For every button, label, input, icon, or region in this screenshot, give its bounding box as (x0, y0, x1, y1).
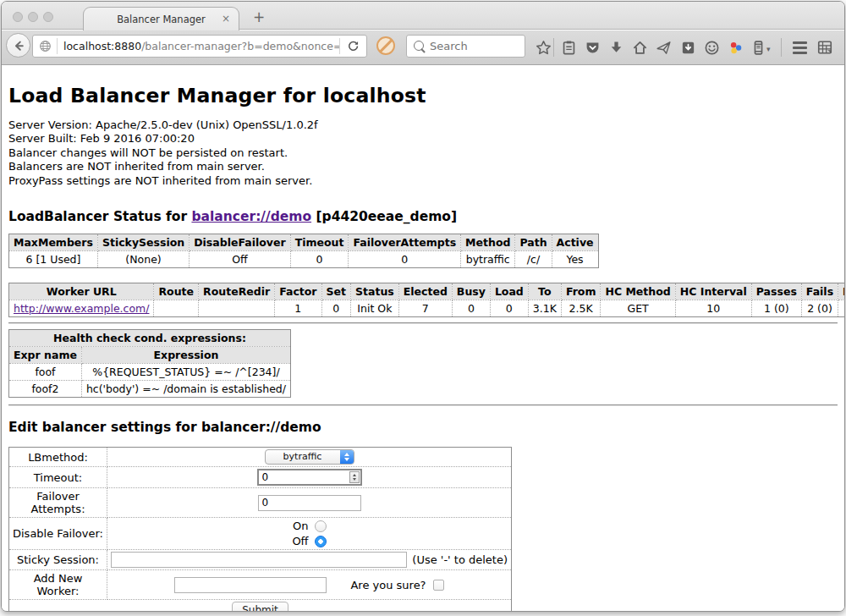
hamburger-icon (793, 41, 807, 54)
tab-strip: Balancer Manager × + (2, 2, 844, 30)
failover-attempts-label: Failover Attempts: (9, 488, 107, 518)
submit-button[interactable]: Submit (232, 602, 288, 611)
separator2 (8, 404, 838, 406)
are-you-sure-checkbox[interactable] (433, 580, 444, 591)
toolbar-divider (553, 38, 554, 57)
col-busy: Busy (452, 283, 490, 300)
navigation-toolbar: localhost:8880/balancer-manager?b=demo&n… (2, 30, 844, 65)
lbmethod-select[interactable]: bytraffic (265, 449, 354, 465)
cell-routeredir (199, 300, 275, 317)
disable-failover-off-radio[interactable] (315, 536, 327, 547)
server-version-line: Server Version: Apache/2.5.0-dev (Unix) … (8, 118, 838, 132)
worker-url-link[interactable]: http://www.example.com/ (14, 302, 149, 315)
cell-route (154, 300, 199, 317)
sticky-session-row: Sticky Session: (Use '-' to delete) (9, 550, 512, 570)
reload-button[interactable] (340, 40, 366, 52)
radio-off-label: Off (292, 535, 308, 547)
loadbalancer-status-heading: LoadBalancer Status for balancer://demo … (8, 209, 838, 224)
lbmethod-row: LBmethod: bytraffic (9, 448, 512, 467)
health-check-table: Health check cond. expressions: Expr nam… (8, 329, 291, 398)
col-maxmembers: MaxMembers (9, 234, 98, 251)
cell-timeout: 0 (290, 251, 349, 268)
col-expr-name: Expr name (9, 347, 82, 364)
server-built-line: Server Built: Feb 9 2016 07:00:20 (8, 132, 838, 146)
newspaper-icon (816, 39, 833, 56)
tab-balancer-manager[interactable]: Balancer Manager × (83, 7, 239, 30)
smiley-icon (704, 40, 720, 56)
cell-expression-1: %{REQUEST_STATUS} =~ /^[234]/ (81, 364, 290, 381)
col-timeout: Timeout (290, 234, 349, 251)
tab-title: Balancer Manager (117, 14, 206, 25)
submit-row: Submit (9, 600, 512, 611)
bookmark-star-button[interactable] (532, 36, 554, 58)
pocket-button[interactable] (581, 36, 603, 58)
failover-attempts-row: Failover Attempts: (9, 488, 512, 518)
col-from: From (561, 283, 601, 300)
balancer-demo-link[interactable]: balancer://demo (191, 209, 311, 224)
col-routeredir: RouteRedir (199, 283, 275, 300)
cell-expr-name-2: foof2 (9, 381, 82, 398)
reading-list-button[interactable] (558, 36, 580, 58)
col-hc-interval: HC Interval (675, 283, 751, 300)
page-content: Load Balancer Manager for localhost Serv… (2, 65, 844, 611)
number-spinner-icon[interactable] (349, 471, 360, 483)
site-identity-globe-icon[interactable] (33, 40, 57, 52)
star-icon (536, 40, 552, 56)
edit-balancer-heading: Edit balancer settings for balancer://de… (8, 420, 838, 435)
traffic-light-zoom-button[interactable] (43, 12, 53, 22)
cell-hc-interval: 10 (675, 300, 751, 317)
chat-button[interactable] (700, 36, 722, 58)
col-elected: Elected (398, 283, 452, 300)
search-input[interactable] (428, 39, 525, 53)
cell-elected: 7 (398, 300, 452, 317)
cell-disablefailover: Off (190, 251, 290, 268)
newspaper-extension-button[interactable] (814, 36, 836, 58)
worker-table-header-row: Worker URL Route RouteRedir Factor Set S… (9, 283, 845, 300)
back-arrow-icon (12, 39, 25, 52)
col-disablefailover: DisableFailover (190, 234, 290, 251)
content-blocker-icon[interactable] (376, 36, 395, 55)
menu-button[interactable] (788, 36, 810, 58)
traffic-light-close-button[interactable] (13, 12, 23, 22)
send-tab-button[interactable] (652, 36, 674, 58)
col-method: Method (461, 234, 515, 251)
cell-factor: 1 (275, 300, 321, 317)
col-set: Set (321, 283, 350, 300)
back-button[interactable] (6, 33, 30, 58)
timeout-input[interactable] (257, 469, 362, 486)
downloads-button[interactable] (605, 36, 627, 58)
traffic-light-minimize-button[interactable] (28, 12, 38, 22)
new-tab-button[interactable]: + (250, 8, 268, 25)
tab-close-icon[interactable]: × (222, 13, 230, 25)
disable-failover-on-radio[interactable] (315, 520, 327, 532)
are-you-sure-label: Are you sure? (350, 579, 426, 591)
hc-table-title: Health check cond. expressions: (9, 330, 291, 347)
timeout-label: Timeout: (9, 467, 107, 488)
col-to: To (528, 283, 561, 300)
status-heading-suffix: [p4420eeae_demo] (311, 209, 457, 224)
col-path: Path (515, 234, 552, 251)
cell-status: Init Ok (351, 300, 399, 317)
panel-download-button[interactable] (677, 36, 699, 58)
home-button[interactable] (629, 36, 651, 58)
square-download-icon (680, 40, 696, 56)
failover-attempts-input[interactable] (258, 495, 361, 511)
sticky-session-input[interactable] (111, 552, 407, 568)
cell-to: 3.1K (528, 300, 561, 317)
url-bar[interactable]: localhost:8880/balancer-manager?b=demo&n… (32, 35, 367, 58)
url-text[interactable]: localhost:8880/balancer-manager?b=demo&n… (58, 40, 339, 52)
radio-on-label: On (293, 520, 308, 532)
col-factor: Factor (275, 283, 321, 300)
add-worker-input[interactable] (174, 577, 327, 593)
col-active: Active (552, 234, 598, 251)
add-worker-row: Add New Worker: Are you sure? (9, 570, 512, 600)
colored-dots-button[interactable] (724, 36, 746, 58)
dropdown-caret-icon[interactable]: ▾ (766, 45, 771, 53)
search-bar[interactable] (406, 35, 525, 58)
balancer-table-header-row: MaxMembers StickySession DisableFailover… (9, 234, 599, 251)
persist-note-line: Balancer changes will NOT be persisted o… (8, 146, 838, 160)
cell-path: /c/ (515, 251, 552, 268)
cell-load: 0 (490, 300, 528, 317)
cell-maxmembers: 6 [1 Used] (9, 251, 98, 268)
cell-method: bytraffic (461, 251, 515, 268)
